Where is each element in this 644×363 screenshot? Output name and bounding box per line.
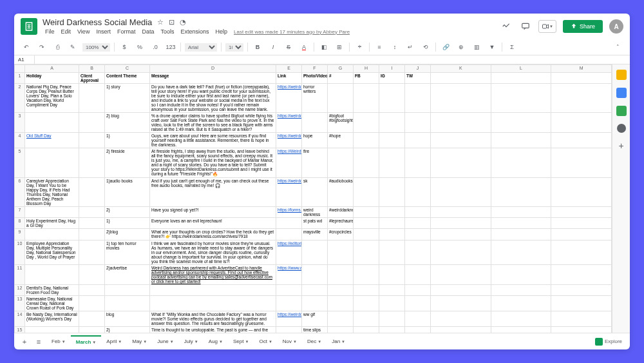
- explore-icon: [595, 338, 603, 346]
- table-row[interactable]: 13Namesake Day, National Cereal Day, Nat…: [15, 296, 612, 311]
- menu-view[interactable]: View: [75, 28, 92, 35]
- history-icon[interactable]: [500, 20, 513, 33]
- table-row[interactable]: 2National Pig Day, Peace Corps Day, Pean…: [15, 84, 612, 113]
- move-icon[interactable]: ⊡: [169, 18, 175, 26]
- name-box[interactable]: A1: [14, 55, 35, 64]
- last-edit-link[interactable]: Last edit was made 17 minutes ago by Abb…: [234, 29, 350, 35]
- sheet-tab-oct[interactable]: Oct ▼: [254, 335, 277, 348]
- share-button[interactable]: Share: [563, 20, 603, 33]
- sheet-tab-nov[interactable]: Nov ▼: [278, 335, 302, 348]
- menu-extensions[interactable]: Extensions: [178, 28, 211, 35]
- add-icon[interactable]: +: [618, 141, 623, 151]
- redo-icon[interactable]: ↷: [36, 41, 48, 53]
- chart-icon[interactable]: ▥: [471, 41, 482, 53]
- sheet-tab-march[interactable]: March ▼: [71, 335, 102, 348]
- rotate-icon[interactable]: ⟲: [420, 41, 431, 53]
- collapse-toolbar-icon[interactable]: ˄: [612, 41, 623, 53]
- undo-icon[interactable]: ↶: [21, 41, 32, 53]
- table-row[interactable]: 152)Time is thought to be unstoppable. T…: [15, 327, 612, 333]
- menu-file[interactable]: File: [43, 28, 57, 35]
- more-formats[interactable]: 123: [165, 41, 176, 53]
- sheet-tab-aug[interactable]: Aug ▼: [204, 335, 228, 348]
- sheet-tab-dec[interactable]: Dec ▼: [302, 335, 327, 348]
- functions-icon[interactable]: Σ: [506, 41, 518, 53]
- valign-icon[interactable]: ↕: [389, 41, 401, 53]
- table-row[interactable]: 72)Have you signed up yet?!https://forms…: [15, 207, 612, 218]
- doc-title[interactable]: Weird Darkness Social Media: [43, 17, 152, 27]
- insert-comment-icon[interactable]: ⊕: [455, 41, 467, 53]
- spreadsheet-grid[interactable]: ABCDEFGHIJKLM 1HolidayClient ApprovalCon…: [14, 64, 612, 333]
- avatar[interactable]: A: [609, 19, 623, 34]
- table-row[interactable]: 8Holy Experiment Day, Hug a GI Day1)Ever…: [15, 218, 612, 229]
- table-row[interactable]: 32) blog% a drone operator claims to hav…: [15, 113, 612, 133]
- explore-button[interactable]: Explore: [591, 336, 626, 348]
- menubar: File Edit View Insert Format Data Tools …: [43, 28, 495, 35]
- sheet-tab-jan[interactable]: Jan ▼: [327, 335, 350, 348]
- currency-icon[interactable]: $: [118, 41, 130, 53]
- percent-icon[interactable]: %: [134, 41, 146, 53]
- decimal-icon[interactable]: .0: [149, 41, 161, 53]
- table-row[interactable]: 112)advertiseWeird Darkness has partnere…: [15, 265, 612, 285]
- comment-icon[interactable]: [519, 20, 532, 33]
- bold-icon[interactable]: B: [252, 41, 263, 53]
- svg-rect-1: [542, 25, 546, 28]
- column-headers[interactable]: ABCDEFGHIJKLM: [15, 65, 612, 73]
- menu-edit[interactable]: Edit: [59, 28, 74, 35]
- halign-icon[interactable]: ≡: [374, 41, 385, 53]
- fontsize-select[interactable]: 10: [225, 43, 243, 52]
- borders-icon[interactable]: ⊞: [334, 41, 345, 53]
- contacts-icon[interactable]: [617, 124, 626, 133]
- zoom-select[interactable]: 100%: [82, 43, 110, 52]
- paint-format-icon[interactable]: ✎: [67, 41, 79, 53]
- svg-rect-0: [522, 23, 529, 28]
- sheet-tab-july[interactable]: July ▼: [179, 335, 204, 348]
- app-window: Weird Darkness Social Media ☆ ⊡ ◔ File E…: [14, 14, 630, 349]
- menu-help[interactable]: Help: [213, 28, 230, 35]
- add-sheet-icon[interactable]: +: [18, 335, 31, 348]
- cloud-icon[interactable]: ◔: [180, 18, 186, 26]
- textcolor-icon[interactable]: A: [298, 41, 310, 53]
- tasks-icon[interactable]: [616, 106, 627, 116]
- strike-icon[interactable]: S: [283, 41, 294, 53]
- menu-tools[interactable]: Tools: [158, 28, 176, 35]
- fillcolor-icon[interactable]: ◧: [318, 41, 330, 53]
- sheet-tab-april[interactable]: April ▼: [101, 335, 127, 348]
- titlebar: Weird Darkness Social Media ☆ ⊡ ◔ File E…: [14, 14, 630, 39]
- merge-icon[interactable]: ⫩: [354, 41, 365, 53]
- table-row[interactable]: 14Be Nasty Day, International (Working) …: [15, 311, 612, 327]
- table-row[interactable]: 92)blogWhat are your thoughts on crop ci…: [15, 229, 612, 240]
- table-row[interactable]: 52) firesideAt fireside frights, I step …: [15, 148, 612, 178]
- meet-icon[interactable]: ▼: [538, 20, 556, 33]
- link-icon[interactable]: 🔗: [440, 41, 451, 53]
- sheet-tabs: + ≡ Feb ▼March ▼April ▼May ▼June ▼July ▼…: [14, 333, 630, 349]
- table-row[interactable]: 6Caregiver Appreciation Day, I Want You …: [15, 178, 612, 207]
- filter-icon[interactable]: ▼: [486, 41, 498, 53]
- table-row[interactable]: 4Old Stuff Day1)Guys, we care about you!…: [15, 133, 612, 148]
- menu-format[interactable]: Format: [115, 28, 138, 35]
- table-row[interactable]: 12Dentist's Day, National Frozen Food Da…: [15, 285, 612, 296]
- wrap-icon[interactable]: ↵: [404, 41, 416, 53]
- table-row[interactable]: 10Employee Appreciation Day, Multiple Pe…: [15, 240, 612, 265]
- calendar-icon[interactable]: [616, 70, 627, 80]
- toolbar: ↶ ↷ ⎙ ✎ 100% $ % .0 123 Arial 10 B I S A…: [14, 39, 630, 55]
- menu-data[interactable]: Data: [139, 28, 156, 35]
- sheet-tab-may[interactable]: May ▼: [127, 335, 152, 348]
- share-label: Share: [580, 23, 595, 30]
- keep-icon[interactable]: [616, 88, 627, 98]
- sheets-logo[interactable]: [21, 18, 37, 35]
- menu-insert[interactable]: Insert: [93, 28, 113, 35]
- star-icon[interactable]: ☆: [157, 18, 164, 26]
- sheet-tab-june[interactable]: June ▼: [152, 335, 178, 348]
- sheet-tab-sept[interactable]: Sept ▼: [228, 335, 254, 348]
- all-sheets-icon[interactable]: ≡: [32, 335, 45, 348]
- font-select[interactable]: Arial: [185, 43, 217, 52]
- side-panel: +: [612, 64, 630, 333]
- explore-label: Explore: [605, 338, 622, 344]
- sheet-tab-feb[interactable]: Feb ▼: [46, 335, 71, 348]
- print-icon[interactable]: ⎙: [52, 41, 63, 53]
- italic-icon[interactable]: I: [267, 41, 279, 53]
